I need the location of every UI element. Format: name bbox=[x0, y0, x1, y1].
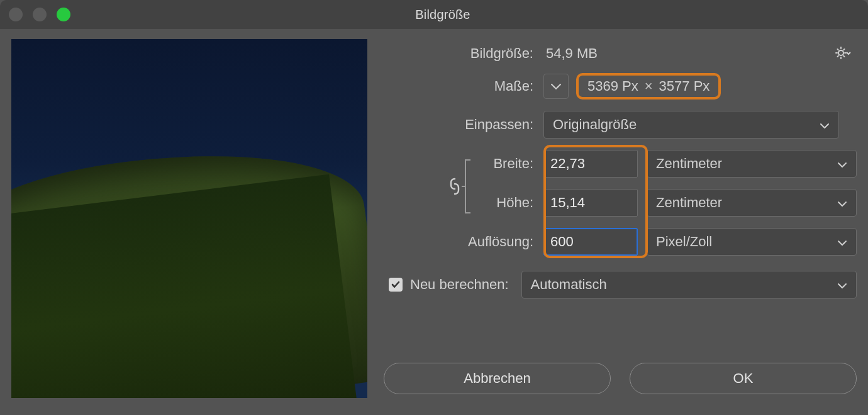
dialog-footer: Abbrechen OK bbox=[384, 363, 857, 398]
dimensions-unit-dropdown[interactable] bbox=[543, 74, 569, 99]
row-dimensions: Maße: 5369 Px × 3577 Px bbox=[384, 73, 857, 99]
cancel-button[interactable]: Abbrechen bbox=[384, 363, 611, 394]
resample-method-select[interactable]: Automatisch bbox=[521, 271, 857, 298]
label-height: Höhe: bbox=[384, 195, 543, 211]
ok-button-label: OK bbox=[733, 370, 754, 387]
label-fit: Einpassen: bbox=[384, 117, 543, 133]
svg-point-0 bbox=[838, 50, 843, 55]
width-unit-value: Zentimeter bbox=[656, 156, 722, 172]
resample-method-value: Automatisch bbox=[531, 276, 607, 293]
chevron-down-icon bbox=[820, 117, 830, 133]
resolution-input-value: 600 bbox=[550, 234, 574, 250]
dim-height: 3577 Px bbox=[659, 78, 710, 94]
settings-gear-button[interactable] bbox=[834, 45, 852, 64]
row-resample: Neu berechnen: Automatisch bbox=[384, 271, 857, 298]
label-image-size: Bildgröße: bbox=[384, 45, 543, 62]
row-width: Breite: 22,73 Zentimeter bbox=[384, 150, 857, 178]
titlebar: Bildgröße bbox=[0, 0, 868, 29]
width-input-value: 22,73 bbox=[550, 156, 585, 172]
height-unit-value: Zentimeter bbox=[656, 195, 722, 211]
dim-width: 5369 Px bbox=[587, 78, 638, 94]
preview-hill-fore bbox=[11, 174, 364, 398]
row-resolution: Auflösung: 600 Pixel/Zoll bbox=[384, 228, 857, 256]
chevron-down-icon bbox=[837, 195, 847, 211]
dialog-content: Bildgröße: 54,9 MB Maße: 5369 Px × 3577 … bbox=[0, 29, 868, 409]
width-height-resolution-group: Breite: 22,73 Zentimeter Höhe: 15,14 bbox=[384, 150, 857, 267]
row-height: Höhe: 15,14 Zentimeter bbox=[384, 189, 857, 217]
chevron-down-icon bbox=[837, 276, 847, 293]
row-fit: Einpassen: Originalgröße bbox=[384, 111, 857, 139]
label-dimensions: Maße: bbox=[384, 78, 543, 94]
dimensions-readout: 5369 Px × 3577 Px bbox=[576, 73, 721, 99]
height-input[interactable]: 15,14 bbox=[543, 189, 638, 217]
controls-panel: Bildgröße: 54,9 MB Maße: 5369 Px × 3577 … bbox=[384, 39, 857, 398]
row-image-size: Bildgröße: 54,9 MB bbox=[384, 45, 857, 62]
label-resolution: Auflösung: bbox=[384, 234, 543, 250]
fit-select-value: Originalgröße bbox=[553, 117, 637, 133]
height-unit-select[interactable]: Zentimeter bbox=[647, 189, 857, 217]
close-window-button[interactable] bbox=[9, 8, 23, 21]
dim-times-icon: × bbox=[645, 78, 653, 94]
chevron-down-icon bbox=[837, 234, 847, 250]
resolution-unit-value: Pixel/Zoll bbox=[656, 234, 712, 250]
label-resample: Neu berechnen: bbox=[410, 276, 509, 293]
chevron-down-icon bbox=[837, 156, 847, 172]
fit-select[interactable]: Originalgröße bbox=[543, 111, 839, 139]
value-image-size: 54,9 MB bbox=[543, 45, 598, 62]
cancel-button-label: Abbrechen bbox=[464, 370, 530, 387]
label-width: Breite: bbox=[384, 156, 543, 172]
resolution-unit-select[interactable]: Pixel/Zoll bbox=[647, 228, 857, 256]
resample-label-wrap: Neu berechnen: bbox=[384, 276, 509, 293]
window-title: Bildgröße bbox=[26, 8, 859, 22]
image-preview[interactable] bbox=[11, 39, 367, 398]
resolution-input[interactable]: 600 bbox=[543, 228, 638, 256]
height-input-value: 15,14 bbox=[550, 195, 585, 211]
width-unit-select[interactable]: Zentimeter bbox=[647, 150, 857, 178]
width-input[interactable]: 22,73 bbox=[543, 150, 638, 178]
ok-button[interactable]: OK bbox=[630, 363, 857, 394]
resample-checkbox[interactable] bbox=[389, 278, 403, 292]
